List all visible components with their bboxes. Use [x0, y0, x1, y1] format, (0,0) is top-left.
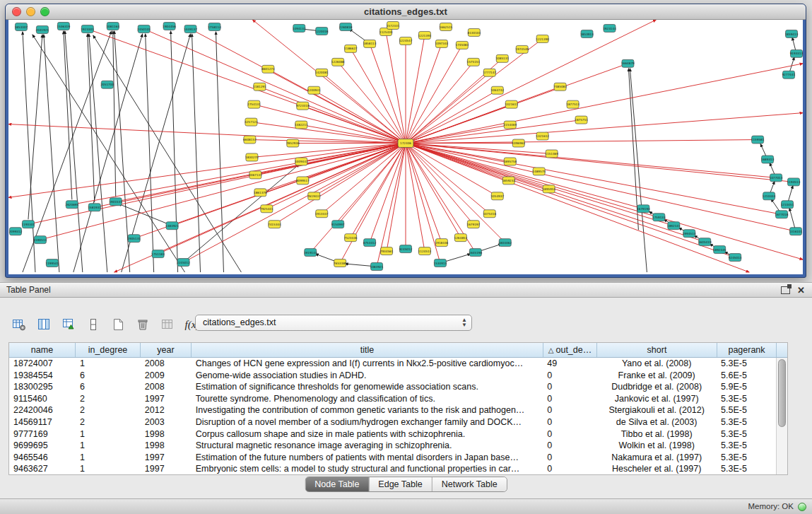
graph-node[interactable]: 1064742: [490, 86, 504, 94]
graph-node[interactable]: 1751183: [151, 250, 165, 258]
graph-node[interactable]: 1759133: [652, 214, 666, 221]
close-panel-icon[interactable]: ✕: [797, 284, 805, 296]
citation-network-graph[interactable]: 1858113112543012245471221393109734317450…: [8, 20, 803, 274]
graph-node[interactable]: 1919144: [304, 249, 317, 257]
graph-node[interactable]: 1853307: [15, 23, 28, 30]
graph-node[interactable]: 8130104: [467, 28, 481, 36]
table-row[interactable]: 977716911998Corpus callosum shape and si…: [9, 428, 776, 440]
graph-node[interactable]: 1758114: [208, 23, 221, 30]
graph-node[interactable]: 1449137: [184, 25, 197, 33]
graph-node[interactable]: 1605419: [698, 238, 712, 246]
table-row[interactable]: 946554611997Estimation of the future num…: [9, 452, 776, 464]
graph-node[interactable]: 4257124: [245, 118, 258, 126]
float-panel-icon[interactable]: [781, 286, 790, 294]
graph-node[interactable]: 9245012: [399, 245, 413, 253]
graph-node[interactable]: 1221393: [418, 31, 432, 39]
column-header-pagerank[interactable]: pagerank: [717, 343, 777, 357]
graph-node[interactable]: 1859232: [502, 177, 515, 185]
graph-node[interactable]: 7523446: [344, 234, 358, 242]
graph-node[interactable]: 1075316: [483, 210, 496, 218]
graph-node[interactable]: 1186627: [344, 45, 358, 52]
column-header-out-de-[interactable]: △out_de…: [543, 343, 597, 357]
graph-node[interactable]: 2260818: [339, 23, 353, 30]
network-canvas[interactable]: 1858113112543012245471221393109734317450…: [8, 20, 803, 274]
graph-node[interactable]: 3067131: [249, 171, 262, 179]
graph-node[interactable]: 2051700: [100, 81, 114, 88]
graph-node[interactable]: 1572331: [387, 21, 400, 29]
graph-node[interactable]: 1494132: [293, 24, 306, 32]
close-window-button[interactable]: [12, 7, 21, 16]
graph-node[interactable]: 1200941: [307, 86, 321, 94]
graph-node[interactable]: 1077013: [770, 174, 783, 182]
graph-node[interactable]: 1923301: [81, 25, 94, 33]
table-columns-icon[interactable]: [35, 315, 53, 334]
graph-node[interactable]: 1220018: [315, 27, 329, 35]
graph-node[interactable]: 9245013: [729, 254, 742, 262]
graph-node[interactable]: 1154469: [503, 121, 517, 129]
import-table-icon[interactable]: [59, 315, 78, 334]
table-panel-header[interactable]: Table Panel ✕: [0, 282, 812, 298]
graph-node[interactable]: 2450101: [137, 25, 151, 33]
graph-node[interactable]: 1226088: [331, 58, 345, 66]
graph-node[interactable]: 1994514: [683, 230, 696, 238]
table-row[interactable]: 2242004622012Investigating the contribut…: [9, 404, 776, 416]
graph-node[interactable]: 1482211: [295, 121, 308, 129]
graph-node[interactable]: 1083921: [370, 263, 384, 271]
graph-node[interactable]: 1124513: [418, 247, 432, 255]
graph-node[interactable]: 1923144: [603, 24, 616, 32]
window-titlebar[interactable]: citations_edges.txt: [6, 4, 806, 20]
graph-node[interactable]: 1830270: [245, 153, 259, 161]
graph-node[interactable]: 1892141: [667, 222, 681, 230]
graph-node[interactable]: 1662515: [440, 23, 453, 30]
column-header-in-degree[interactable]: in_degree: [76, 343, 141, 357]
tab-network-table[interactable]: Network Table: [433, 477, 507, 491]
graph-node[interactable]: 1575151: [466, 58, 480, 66]
graph-node[interactable]: 1193301: [22, 221, 35, 228]
graph-node[interactable]: 7619437: [307, 192, 321, 200]
graph-node[interactable]: 1974549: [515, 45, 529, 53]
graph-node[interactable]: 1804462: [498, 239, 512, 247]
graph-node[interactable]: 1581931: [88, 204, 101, 211]
graph-node[interactable]: 1745083: [456, 41, 469, 49]
graph-node[interactable]: 2905131: [127, 235, 141, 243]
column-header-year[interactable]: year: [141, 343, 192, 357]
graph-node[interactable]: 1210444: [763, 192, 776, 200]
tab-node-table[interactable]: Node Table: [305, 477, 369, 491]
graph-node[interactable]: 7653389: [334, 259, 347, 267]
graph-node[interactable]: 1199541: [46, 259, 59, 267]
graph-node[interactable]: 1221390: [536, 35, 549, 42]
network-table-selector[interactable]: citations_edges.txt ▲▼: [195, 315, 472, 331]
graph-node[interactable]: 1853913: [580, 30, 594, 37]
graph-node[interactable]: 1679193: [637, 205, 650, 213]
graph-node[interactable]: 8753412: [363, 239, 377, 247]
graph-node[interactable]: 1081164: [106, 22, 119, 30]
new-file-icon[interactable]: [109, 315, 127, 334]
table-row[interactable]: 911546021997Tourette syndrome. Phenomeno…: [9, 393, 776, 405]
table-row[interactable]: 969969511998Structural magnetic resonanc…: [9, 440, 776, 452]
graph-node[interactable]: 1861376: [254, 189, 267, 197]
graph-node[interactable]: 1489575: [532, 168, 546, 175]
graph-node[interactable]: 1536319: [57, 22, 71, 30]
graph-node[interactable]: 1054937: [490, 192, 504, 200]
graph-node[interactable]: 1321612: [536, 132, 549, 140]
graph-node[interactable]: 1901531: [109, 198, 122, 206]
graph-node[interactable]: 1194513: [787, 178, 801, 186]
graph-node[interactable]: 1159581: [751, 136, 765, 144]
graph-node[interactable]: 9723318: [296, 102, 310, 110]
graph-node[interactable]: 1895951: [542, 185, 555, 193]
graph-node[interactable]: 1151469: [545, 150, 558, 158]
graph-node[interactable]: 1534913: [434, 259, 447, 267]
graph-node[interactable]: 1590513: [34, 236, 47, 244]
graph-node[interactable]: 6608157: [243, 136, 257, 144]
graph-node[interactable]: 7415344: [268, 221, 281, 228]
graph-node[interactable]: 1316101: [789, 228, 803, 235]
graph-node[interactable]: 1875751: [575, 116, 588, 124]
graph-node[interactable]: 1777147: [483, 69, 496, 76]
graph-node[interactable]: 1097343: [435, 40, 449, 47]
graph-node[interactable]: 1645198: [469, 249, 482, 257]
graph-node[interactable]: 9193313: [790, 49, 803, 57]
graph-node[interactable]: 1181291: [253, 83, 266, 90]
graph-hub-node[interactable]: 172406: [398, 139, 413, 148]
graph-node[interactable]: 1859413: [785, 30, 799, 37]
delete-icon[interactable]: [134, 315, 152, 334]
